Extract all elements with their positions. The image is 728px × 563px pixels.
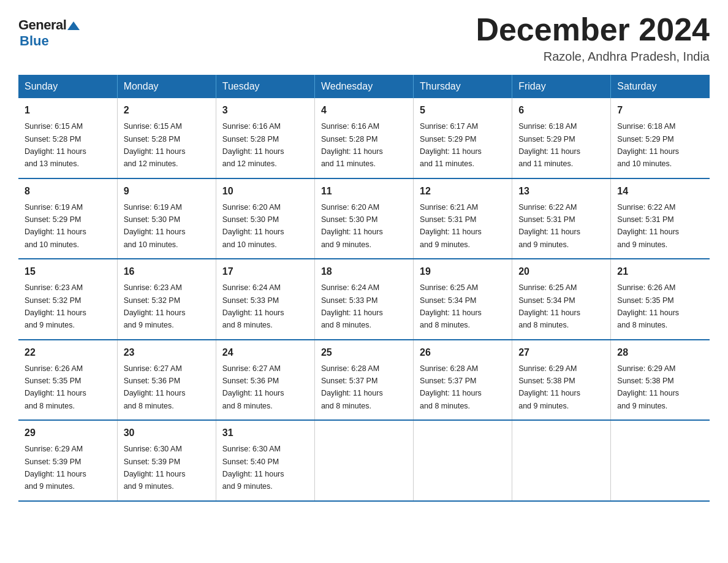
day-number: 22 [25, 345, 111, 360]
day-cell: 22 Sunrise: 6:26 AMSunset: 5:35 PMDaylig… [18, 340, 117, 421]
location-subtitle: Razole, Andhra Pradesh, India [476, 50, 710, 64]
day-number: 17 [222, 264, 308, 279]
day-info: Sunrise: 6:25 AMSunset: 5:34 PMDaylight:… [518, 283, 580, 329]
logo-blue-text: Blue [20, 33, 49, 49]
day-cell: 15 Sunrise: 6:23 AMSunset: 5:32 PMDaylig… [18, 259, 117, 340]
day-number: 18 [321, 264, 407, 279]
day-info: Sunrise: 6:29 AMSunset: 5:39 PMDaylight:… [25, 445, 86, 491]
day-cell: 19 Sunrise: 6:25 AMSunset: 5:34 PMDaylig… [414, 259, 512, 340]
header-cell-monday: Monday [117, 75, 216, 98]
day-number: 16 [124, 264, 210, 279]
day-cell [414, 420, 512, 501]
day-info: Sunrise: 6:28 AMSunset: 5:37 PMDaylight:… [420, 364, 482, 410]
day-number: 3 [222, 103, 308, 118]
day-cell: 29 Sunrise: 6:29 AMSunset: 5:39 PMDaylig… [18, 420, 117, 501]
day-number: 24 [222, 345, 308, 360]
day-cell: 30 Sunrise: 6:30 AMSunset: 5:39 PMDaylig… [117, 420, 216, 501]
day-info: Sunrise: 6:24 AMSunset: 5:33 PMDaylight:… [321, 283, 383, 329]
day-info: Sunrise: 6:23 AMSunset: 5:32 PMDaylight:… [25, 283, 86, 329]
day-cell: 3 Sunrise: 6:16 AMSunset: 5:28 PMDayligh… [216, 98, 314, 178]
day-info: Sunrise: 6:20 AMSunset: 5:30 PMDaylight:… [222, 203, 284, 249]
day-info: Sunrise: 6:23 AMSunset: 5:32 PMDaylight:… [124, 283, 186, 329]
day-cell: 21 Sunrise: 6:26 AMSunset: 5:35 PMDaylig… [611, 259, 710, 340]
day-cell: 20 Sunrise: 6:25 AMSunset: 5:34 PMDaylig… [512, 259, 611, 340]
day-cell: 17 Sunrise: 6:24 AMSunset: 5:33 PMDaylig… [216, 259, 314, 340]
week-row-2: 8 Sunrise: 6:19 AMSunset: 5:29 PMDayligh… [18, 178, 710, 259]
logo-general-text: General [18, 17, 66, 33]
day-number: 5 [420, 103, 506, 118]
day-cell: 23 Sunrise: 6:27 AMSunset: 5:36 PMDaylig… [117, 340, 216, 421]
day-number: 6 [518, 103, 604, 118]
day-number: 1 [25, 103, 111, 118]
day-info: Sunrise: 6:18 AMSunset: 5:29 PMDaylight:… [518, 122, 580, 168]
day-cell [611, 420, 710, 501]
logo-wordmark: General [18, 17, 80, 33]
day-info: Sunrise: 6:16 AMSunset: 5:28 PMDaylight:… [222, 122, 284, 168]
day-info: Sunrise: 6:27 AMSunset: 5:36 PMDaylight:… [124, 364, 186, 410]
day-number: 11 [321, 184, 407, 199]
week-row-5: 29 Sunrise: 6:29 AMSunset: 5:39 PMDaylig… [18, 420, 710, 501]
title-block: December 2024 Razole, Andhra Pradesh, In… [476, 12, 710, 64]
day-number: 25 [321, 345, 407, 360]
day-number: 8 [25, 184, 111, 199]
day-info: Sunrise: 6:28 AMSunset: 5:37 PMDaylight:… [321, 364, 383, 410]
day-number: 19 [420, 264, 506, 279]
day-number: 14 [617, 184, 703, 199]
page-header: General Blue December 2024 Razole, Andhr… [18, 12, 710, 64]
day-cell: 26 Sunrise: 6:28 AMSunset: 5:37 PMDaylig… [414, 340, 512, 421]
day-number: 30 [124, 426, 210, 440]
header-cell-thursday: Thursday [414, 75, 512, 98]
header-cell-wednesday: Wednesday [314, 75, 413, 98]
day-cell: 27 Sunrise: 6:29 AMSunset: 5:38 PMDaylig… [512, 340, 611, 421]
day-cell: 28 Sunrise: 6:29 AMSunset: 5:38 PMDaylig… [611, 340, 710, 421]
day-info: Sunrise: 6:25 AMSunset: 5:34 PMDaylight:… [420, 283, 482, 329]
week-row-3: 15 Sunrise: 6:23 AMSunset: 5:32 PMDaylig… [18, 259, 710, 340]
day-cell: 24 Sunrise: 6:27 AMSunset: 5:36 PMDaylig… [216, 340, 314, 421]
day-cell: 11 Sunrise: 6:20 AMSunset: 5:30 PMDaylig… [314, 178, 413, 259]
day-number: 23 [124, 345, 210, 360]
day-cell [512, 420, 611, 501]
day-number: 2 [124, 103, 210, 118]
day-cell: 4 Sunrise: 6:16 AMSunset: 5:28 PMDayligh… [314, 98, 413, 178]
day-info: Sunrise: 6:21 AMSunset: 5:31 PMDaylight:… [420, 203, 482, 249]
calendar-table: SundayMondayTuesdayWednesdayThursdayFrid… [18, 75, 710, 502]
header-cell-tuesday: Tuesday [216, 75, 314, 98]
day-cell: 5 Sunrise: 6:17 AMSunset: 5:29 PMDayligh… [414, 98, 512, 178]
day-number: 4 [321, 103, 407, 118]
header-cell-friday: Friday [512, 75, 611, 98]
day-cell [314, 420, 413, 501]
day-info: Sunrise: 6:29 AMSunset: 5:38 PMDaylight:… [617, 364, 679, 410]
day-number: 20 [518, 264, 604, 279]
day-number: 21 [617, 264, 703, 279]
day-info: Sunrise: 6:24 AMSunset: 5:33 PMDaylight:… [222, 283, 284, 329]
day-info: Sunrise: 6:30 AMSunset: 5:39 PMDaylight:… [124, 445, 186, 491]
day-number: 13 [518, 184, 604, 199]
day-cell: 8 Sunrise: 6:19 AMSunset: 5:29 PMDayligh… [18, 178, 117, 259]
day-cell: 6 Sunrise: 6:18 AMSunset: 5:29 PMDayligh… [512, 98, 611, 178]
day-info: Sunrise: 6:16 AMSunset: 5:28 PMDaylight:… [321, 122, 383, 168]
day-info: Sunrise: 6:30 AMSunset: 5:40 PMDaylight:… [222, 445, 284, 491]
logo-arrow-icon [67, 21, 80, 30]
day-cell: 9 Sunrise: 6:19 AMSunset: 5:30 PMDayligh… [117, 178, 216, 259]
day-number: 29 [25, 426, 111, 440]
day-info: Sunrise: 6:26 AMSunset: 5:35 PMDaylight:… [25, 364, 86, 410]
day-info: Sunrise: 6:29 AMSunset: 5:38 PMDaylight:… [518, 364, 580, 410]
day-cell: 14 Sunrise: 6:22 AMSunset: 5:31 PMDaylig… [611, 178, 710, 259]
month-title: December 2024 [476, 12, 710, 47]
day-cell: 7 Sunrise: 6:18 AMSunset: 5:29 PMDayligh… [611, 98, 710, 178]
day-number: 31 [222, 426, 308, 440]
header-row: SundayMondayTuesdayWednesdayThursdayFrid… [18, 75, 710, 98]
day-cell: 16 Sunrise: 6:23 AMSunset: 5:32 PMDaylig… [117, 259, 216, 340]
day-cell: 2 Sunrise: 6:15 AMSunset: 5:28 PMDayligh… [117, 98, 216, 178]
day-info: Sunrise: 6:15 AMSunset: 5:28 PMDaylight:… [25, 122, 86, 168]
day-info: Sunrise: 6:27 AMSunset: 5:36 PMDaylight:… [222, 364, 284, 410]
day-info: Sunrise: 6:19 AMSunset: 5:29 PMDaylight:… [25, 203, 86, 249]
day-cell: 1 Sunrise: 6:15 AMSunset: 5:28 PMDayligh… [18, 98, 117, 178]
day-cell: 31 Sunrise: 6:30 AMSunset: 5:40 PMDaylig… [216, 420, 314, 501]
day-info: Sunrise: 6:22 AMSunset: 5:31 PMDaylight:… [617, 203, 679, 249]
day-cell: 18 Sunrise: 6:24 AMSunset: 5:33 PMDaylig… [314, 259, 413, 340]
day-number: 7 [617, 103, 703, 118]
week-row-4: 22 Sunrise: 6:26 AMSunset: 5:35 PMDaylig… [18, 340, 710, 421]
header-cell-sunday: Sunday [18, 75, 117, 98]
calendar-body: 1 Sunrise: 6:15 AMSunset: 5:28 PMDayligh… [18, 98, 710, 501]
